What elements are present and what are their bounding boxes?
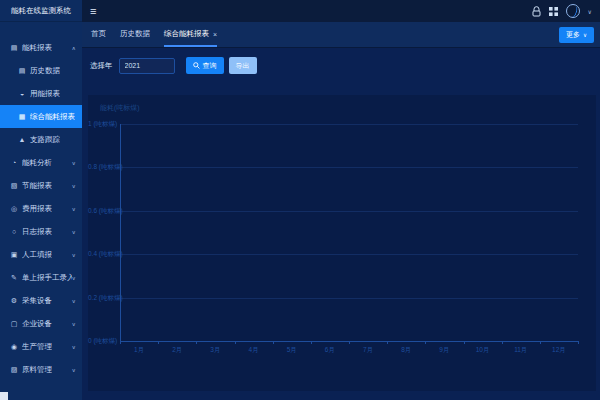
x-tick-label: 1月 [134, 346, 144, 355]
tab-0[interactable]: 首页 [91, 22, 106, 47]
sidebar-item-label: 人工填报 [22, 250, 52, 260]
sidebar-item-label: 日志报表 [22, 227, 52, 237]
x-tick-label: 3月 [210, 346, 220, 355]
tab-2[interactable]: 综合能耗报表× [164, 22, 217, 47]
report-icon: ▤ [9, 44, 19, 52]
user-avatar[interactable] [566, 4, 580, 18]
app-window: 能耗在线监测系统 ▤能耗报表∧▤历史数据◒用能报表▦综合能耗报表▲支路跟踪◔能耗… [0, 0, 600, 400]
sidebar-item-history-data[interactable]: ▤历史数据 [0, 59, 82, 82]
log-icon: ○ [9, 228, 19, 235]
chart-panel: 能耗(吨标煤) 0 (吨标煤)0.2 (吨标煤)0.4 (吨标煤)0.6 (吨标… [88, 95, 596, 391]
x-tick-mark [235, 341, 236, 344]
sidebar-item-manual-entry[interactable]: ▣人工填报∨ [0, 243, 82, 266]
chevron-down-icon: ∨ [72, 367, 76, 373]
y-tick-label: 0.4 (吨标煤) [88, 250, 116, 259]
y-tick-label: 0.6 (吨标煤) [88, 206, 116, 215]
x-tick-label: 12月 [552, 346, 566, 355]
sidebar-item-label: 单上报手工录入 [22, 273, 72, 283]
top-header: ≡ ∨ [82, 0, 600, 22]
sidebar-item-energy-report[interactable]: ▤能耗报表∧ [0, 36, 82, 59]
lock-icon[interactable] [532, 6, 541, 17]
sidebar-item-label: 历史数据 [30, 66, 60, 76]
chevron-down-icon: ∨ [72, 229, 76, 235]
sidebar-item-material-management[interactable]: ▨原料管理∨ [0, 358, 82, 381]
sidebar-item-label: 采集设备 [22, 296, 52, 306]
branch-icon: ▲ [17, 136, 27, 143]
x-tick-mark [349, 341, 350, 344]
sidebar-item-label: 综合能耗报表 [30, 112, 75, 122]
y-gridline [120, 211, 578, 212]
y-gridline [120, 167, 578, 168]
sidebar-item-comprehensive-energy-report[interactable]: ▦综合能耗报表 [0, 105, 82, 128]
device-icon: ▢ [9, 320, 19, 328]
sidebar-corner-handle[interactable] [0, 392, 8, 400]
sidebar-item-energy-analysis[interactable]: ◔能耗分析∨ [0, 151, 82, 174]
x-tick-label: 9月 [439, 346, 449, 355]
sidebar-item-label: 生产管理 [22, 342, 52, 352]
y-tick-label: 1 (吨标煤) [88, 120, 116, 129]
y-axis-line [120, 124, 121, 341]
upload-icon: ✎ [9, 274, 19, 282]
y-gridline [120, 124, 578, 125]
chevron-down-icon: ∨ [72, 206, 76, 212]
x-tick-mark [464, 341, 465, 344]
x-tick-mark [387, 341, 388, 344]
saving-icon: ▧ [9, 182, 19, 190]
sidebar-item-production-management[interactable]: ◉生产管理∨ [0, 335, 82, 358]
sidebar-item-energy-usage-report[interactable]: ◒用能报表 [0, 82, 82, 105]
cost-icon: ◎ [9, 205, 19, 213]
chevron-down-icon: ∨ [583, 32, 587, 38]
x-tick-label: 11月 [514, 346, 527, 355]
query-button-label: 查询 [203, 61, 217, 71]
fullscreen-icon[interactable] [549, 7, 558, 16]
tab-1[interactable]: 历史数据 [120, 22, 150, 47]
sidebar-item-log-report[interactable]: ○日志报表∨ [0, 220, 82, 243]
x-tick-mark [196, 341, 197, 344]
y-gridline [120, 298, 578, 299]
query-button[interactable]: 查询 [186, 57, 224, 74]
sidebar-item-unreported-manual-input[interactable]: ✎单上报手工录入∨ [0, 266, 82, 289]
sidebar-item-cost-report[interactable]: ◎费用报表∨ [0, 197, 82, 220]
chevron-down-icon: ∨ [72, 321, 76, 327]
x-tick-label: 10月 [476, 346, 490, 355]
production-icon: ◉ [9, 343, 19, 351]
y-tick-label: 0.8 (吨标煤) [88, 163, 116, 172]
search-icon [193, 62, 200, 69]
manual-icon: ▣ [9, 251, 19, 259]
sidebar-item-enterprise-devices[interactable]: ▢企业设备∨ [0, 312, 82, 335]
tab-label: 综合能耗报表 [164, 29, 209, 39]
more-button-label: 更多 [566, 30, 580, 40]
x-tick-label: 8月 [401, 346, 411, 355]
header-actions: ∨ [532, 4, 592, 18]
y-tick-label: 0 (吨标煤) [88, 337, 116, 346]
chevron-down-icon[interactable]: ∨ [588, 8, 592, 15]
sidebar-menu: ▤能耗报表∧▤历史数据◒用能报表▦综合能耗报表▲支路跟踪◔能耗分析∨▧节能报表∨… [0, 22, 82, 381]
chevron-down-icon: ∨ [72, 160, 76, 166]
sidebar-item-label: 节能报表 [22, 181, 52, 191]
tab-list: 首页历史数据综合能耗报表× [82, 22, 217, 47]
sidebar-item-branch-tracking[interactable]: ▲支路跟踪 [0, 128, 82, 151]
sidebar-item-label: 费用报表 [22, 204, 52, 214]
usage-icon: ◒ [17, 90, 27, 97]
chevron-down-icon: ∨ [72, 252, 76, 258]
x-tick-label: 6月 [325, 346, 335, 355]
close-tab-icon[interactable]: × [213, 31, 217, 38]
app-title: 能耗在线监测系统 [0, 0, 82, 22]
hamburger-menu-icon[interactable]: ≡ [90, 6, 96, 17]
material-icon: ▨ [9, 366, 19, 374]
x-tick-mark [311, 341, 312, 344]
export-button[interactable]: 导出 [229, 57, 257, 74]
x-tick-label: 7月 [363, 346, 373, 355]
sidebar-item-label: 支路跟踪 [30, 135, 60, 145]
chevron-down-icon: ∨ [72, 275, 76, 281]
analysis-icon: ◔ [9, 159, 19, 166]
chevron-down-icon: ∨ [72, 344, 76, 350]
sidebar-item-collection-devices[interactable]: ⚙采集设备∨ [0, 289, 82, 312]
more-button[interactable]: 更多 ∨ [559, 27, 594, 43]
comprehensive-icon: ▦ [17, 113, 27, 121]
x-tick-mark [425, 341, 426, 344]
export-button-label: 导出 [236, 61, 250, 71]
year-input[interactable] [119, 58, 175, 74]
sidebar-item-energy-saving-report[interactable]: ▧节能报表∨ [0, 174, 82, 197]
x-tick-mark [578, 341, 579, 344]
